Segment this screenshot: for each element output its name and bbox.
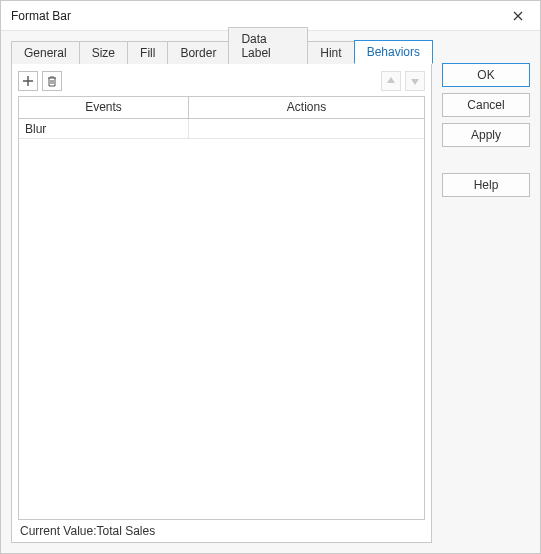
button-column: OK Cancel Apply Help	[442, 39, 530, 543]
arrow-up-icon	[385, 75, 397, 87]
col-header-events[interactable]: Events	[19, 97, 189, 118]
status-bar: Current Value:Total Sales	[18, 524, 425, 538]
tab-fill[interactable]: Fill	[127, 41, 168, 64]
tab-behaviors[interactable]: Behaviors	[354, 40, 433, 64]
help-button[interactable]: Help	[442, 173, 530, 197]
move-down-button[interactable]	[405, 71, 425, 91]
plus-icon	[22, 75, 34, 87]
move-up-button[interactable]	[381, 71, 401, 91]
apply-button[interactable]: Apply	[442, 123, 530, 147]
tab-strip: General Size Fill Border Data Label Hint…	[11, 39, 432, 63]
tab-size[interactable]: Size	[79, 41, 128, 64]
arrow-down-icon	[409, 75, 421, 87]
cell-action[interactable]	[189, 119, 424, 138]
tab-data-label[interactable]: Data Label	[228, 27, 308, 64]
close-icon	[513, 11, 523, 21]
behaviors-grid: Events Actions Blur	[18, 96, 425, 520]
table-row[interactable]: Blur	[19, 119, 424, 139]
dialog-body: General Size Fill Border Data Label Hint…	[1, 31, 540, 553]
trash-icon	[46, 75, 58, 87]
behaviors-panel: Events Actions Blur Current Value:Total …	[11, 63, 432, 543]
tab-hint[interactable]: Hint	[307, 41, 354, 64]
status-value: Total Sales	[96, 524, 155, 538]
close-button[interactable]	[504, 5, 532, 27]
window-title: Format Bar	[11, 9, 71, 23]
tab-border[interactable]: Border	[167, 41, 229, 64]
status-label: Current Value:	[20, 524, 96, 538]
add-button[interactable]	[18, 71, 38, 91]
format-bar-dialog: Format Bar General Size Fill Border Data…	[0, 0, 541, 554]
left-pane: General Size Fill Border Data Label Hint…	[11, 39, 432, 543]
delete-button[interactable]	[42, 71, 62, 91]
grid-header: Events Actions	[19, 97, 424, 119]
cancel-button[interactable]: Cancel	[442, 93, 530, 117]
tab-general[interactable]: General	[11, 41, 80, 64]
ok-button[interactable]: OK	[442, 63, 530, 87]
toolbar	[18, 70, 425, 92]
cell-event[interactable]: Blur	[19, 119, 189, 138]
col-header-actions[interactable]: Actions	[189, 97, 424, 118]
grid-body: Blur	[19, 119, 424, 519]
